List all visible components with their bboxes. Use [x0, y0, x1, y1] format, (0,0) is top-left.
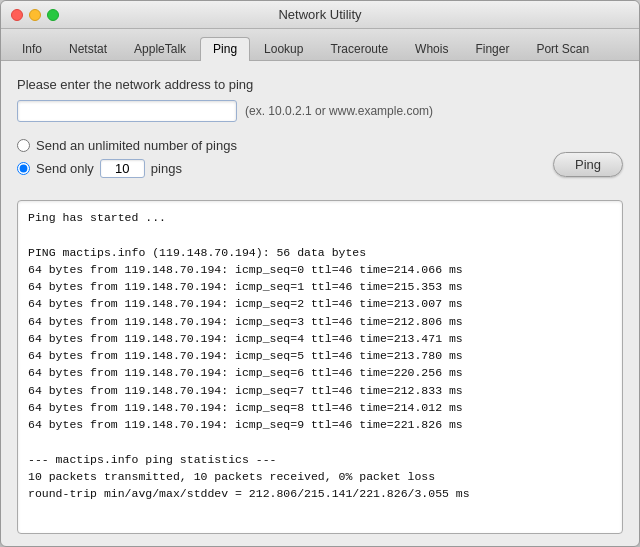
address-row: (ex. 10.0.2.1 or www.example.com) [17, 100, 623, 122]
maximize-button[interactable] [47, 9, 59, 21]
ping-button[interactable]: Ping [553, 152, 623, 177]
tab-info[interactable]: Info [9, 37, 55, 61]
ping-count-input[interactable] [100, 159, 145, 178]
tabbar: Info Netstat AppleTalk Ping Lookup Trace… [1, 29, 639, 61]
tab-portscan[interactable]: Port Scan [523, 37, 602, 61]
radio-unlimited-row: Send an unlimited number of pings [17, 138, 237, 153]
radio-unlimited-label: Send an unlimited number of pings [36, 138, 237, 153]
main-content: Please enter the network address to ping… [1, 61, 639, 546]
radio-only[interactable] [17, 162, 30, 175]
radio-only-suffix: pings [151, 161, 182, 176]
minimize-button[interactable] [29, 9, 41, 21]
window-controls [11, 9, 59, 21]
app-window: Network Utility Info Netstat AppleTalk P… [0, 0, 640, 547]
titlebar: Network Utility [1, 1, 639, 29]
tab-lookup[interactable]: Lookup [251, 37, 316, 61]
ping-output: Ping has started ... PING mactips.info (… [17, 200, 623, 534]
ping-options-row: Send an unlimited number of pings Send o… [17, 138, 623, 190]
radio-unlimited[interactable] [17, 139, 30, 152]
tab-appletalk[interactable]: AppleTalk [121, 37, 199, 61]
address-hint: (ex. 10.0.2.1 or www.example.com) [245, 104, 433, 118]
address-label: Please enter the network address to ping [17, 77, 623, 92]
window-title: Network Utility [278, 7, 361, 22]
tab-ping[interactable]: Ping [200, 37, 250, 61]
radio-only-row: Send only pings [17, 159, 237, 178]
tab-whois[interactable]: Whois [402, 37, 461, 61]
tab-netstat[interactable]: Netstat [56, 37, 120, 61]
tab-traceroute[interactable]: Traceroute [317, 37, 401, 61]
address-input[interactable] [17, 100, 237, 122]
options-section: Send an unlimited number of pings Send o… [17, 138, 237, 178]
radio-only-prefix: Send only [36, 161, 94, 176]
close-button[interactable] [11, 9, 23, 21]
tab-finger[interactable]: Finger [462, 37, 522, 61]
